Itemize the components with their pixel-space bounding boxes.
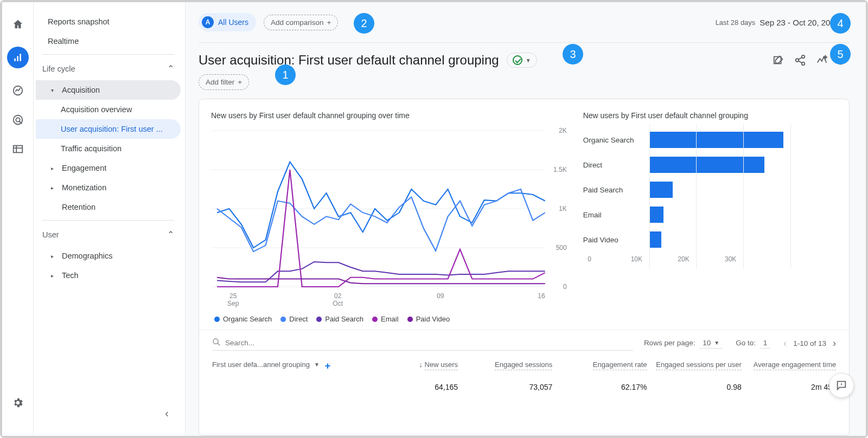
x-tick: 0: [588, 255, 591, 263]
add-dimension-button[interactable]: +: [325, 360, 331, 372]
dimension-picker[interactable]: First user defa...annel grouping ▼: [212, 360, 320, 369]
next-page-button[interactable]: ›: [833, 338, 836, 349]
caret-down-icon: ▼: [714, 340, 719, 346]
col-engaged-sessions-per-user[interactable]: Engaged sessions per user: [647, 360, 742, 372]
svg-point-2: [16, 118, 20, 121]
bar-chart-title: New users by First user default channel …: [583, 111, 837, 120]
collapse-sidebar-button[interactable]: ‹: [165, 407, 169, 420]
rows-per-page[interactable]: Rows per page: 10 ▼: [644, 338, 725, 349]
prev-page-button[interactable]: ‹: [783, 338, 787, 349]
plus-icon: +: [238, 78, 242, 86]
share-icon[interactable]: [794, 54, 806, 66]
nav-acquisition[interactable]: ▾ Acquisition: [36, 80, 181, 100]
reports-icon[interactable]: [7, 47, 29, 68]
caret-down-icon: ▾: [51, 87, 56, 93]
insights-icon[interactable]: [816, 54, 828, 66]
caret-right-icon: ▸: [51, 185, 56, 191]
audience-chip[interactable]: A All Users: [199, 13, 256, 31]
y-tick: 0: [563, 283, 567, 291]
titlebar: User acquisition: First user default cha…: [199, 42, 850, 68]
col-avg-engagement-time[interactable]: Average engagement time: [742, 360, 836, 372]
x-tick: 16: [538, 292, 545, 307]
nav-traffic-acquisition[interactable]: Traffic acquisition: [36, 139, 181, 158]
goto-page[interactable]: Go to: 1: [736, 338, 773, 349]
topbar: A All Users Add comparison + Last 28 day…: [199, 13, 850, 31]
line-chart-title: New users by First user default channel …: [211, 111, 567, 120]
table-controls: Rows per page: 10 ▼ Go to: 1 ‹ 1-10 of 1…: [199, 330, 849, 355]
data-quality-chip[interactable]: ▼: [507, 53, 537, 68]
callout-4: 4: [830, 13, 851, 34]
date-range-picker[interactable]: Last 28 days Sep 23 - Oct 20, 2022 ▼: [716, 18, 850, 27]
callout-1: 1: [275, 65, 296, 85]
nav-tech[interactable]: ▸ Tech: [36, 266, 181, 285]
nav-realtime[interactable]: Realtime: [36, 31, 181, 51]
nav-acquisition-overview[interactable]: Acquisition overview: [36, 100, 181, 119]
x-tick: 25Sep: [227, 292, 239, 307]
svg-point-13: [213, 339, 218, 344]
nav-reports-snapshot[interactable]: Reports snapshot: [36, 12, 181, 31]
col-engaged-sessions[interactable]: Engaged sessions: [458, 360, 552, 372]
col-new-users[interactable]: ↓ New users: [363, 360, 458, 372]
caret-right-icon: ▸: [51, 165, 56, 171]
nav-retention[interactable]: Retention: [36, 197, 181, 217]
add-comparison-button[interactable]: Add comparison +: [264, 15, 338, 30]
callout-5: 5: [830, 44, 851, 65]
feedback-button[interactable]: [829, 373, 854, 398]
home-icon[interactable]: [11, 17, 25, 31]
nav-sidebar: Reports snapshot Realtime Life cycle ⌃ ▾…: [34, 2, 186, 436]
y-tick: 2K: [559, 127, 567, 134]
col-engagement-rate[interactable]: Engagement rate: [552, 360, 647, 372]
legend-item[interactable]: Paid Search: [316, 315, 363, 323]
legend-item[interactable]: Paid Video: [407, 315, 450, 323]
audience-letter: A: [202, 16, 214, 28]
explore-icon[interactable]: [11, 83, 25, 98]
date-prefix: Last 28 days: [716, 18, 756, 27]
nav-engagement[interactable]: ▸ Engagement: [36, 158, 181, 178]
advertising-icon[interactable]: [11, 113, 25, 127]
x-tick: 02Oct: [333, 292, 343, 307]
caret-down-icon: ▼: [526, 57, 531, 63]
plus-icon: +: [327, 18, 331, 27]
search-input[interactable]: [225, 339, 633, 347]
nav-demographics[interactable]: ▸ Demographics: [36, 246, 181, 266]
audience-label: All Users: [218, 18, 248, 27]
svg-point-7: [802, 62, 805, 66]
page-title: User acquisition: First user default cha…: [199, 53, 499, 68]
check-circle-icon: [513, 55, 522, 65]
callout-3: 3: [563, 44, 583, 65]
nav-section-life-cycle[interactable]: Life cycle ⌃: [36, 57, 181, 80]
icon-rail: [2, 2, 34, 436]
table-totals-row: 64,165 73,057 62.17% 0.98 2m 45s: [199, 375, 849, 391]
line-chart: New users by First user default channel …: [211, 111, 567, 323]
legend-item[interactable]: Organic Search: [214, 315, 272, 323]
add-filter-button[interactable]: Add filter +: [199, 74, 249, 90]
y-tick: 1.5K: [553, 166, 567, 173]
table-search[interactable]: [212, 336, 633, 351]
caret-right-icon: ▸: [51, 253, 56, 259]
svg-rect-3: [13, 146, 22, 153]
bar-chart: New users by First user default channel …: [583, 111, 837, 323]
x-tick: 09: [437, 292, 444, 307]
legend-item[interactable]: Email: [372, 315, 399, 323]
nav-user-acquisition[interactable]: User acquisition: First user ...: [36, 119, 181, 139]
nav-section-user[interactable]: User ⌃: [36, 223, 181, 246]
x-tick: 30K: [725, 255, 736, 263]
nav-section-label: Life cycle: [42, 65, 75, 73]
configure-icon[interactable]: [11, 142, 25, 156]
date-range-value: Sep 23 - Oct 20, 2022: [760, 18, 839, 27]
caret-down-icon: ▼: [314, 362, 320, 368]
sort-down-icon: ↓: [419, 360, 424, 369]
admin-icon[interactable]: [11, 396, 25, 410]
chevron-up-icon: ⌃: [167, 229, 174, 240]
legend-item[interactable]: Direct: [280, 315, 308, 323]
customize-icon[interactable]: [773, 54, 784, 66]
svg-point-6: [796, 59, 799, 62]
y-tick: 500: [556, 244, 567, 252]
table-header: First user defa...annel grouping ▼ + ↓ N…: [199, 355, 849, 375]
page-range: 1-10 of 13: [793, 339, 826, 347]
nav-section-label: User: [42, 230, 59, 239]
y-tick: 1K: [559, 205, 567, 212]
callout-2: 2: [354, 13, 374, 34]
chevron-up-icon: ⌃: [167, 63, 174, 74]
nav-monetization[interactable]: ▸ Monetization: [36, 178, 181, 197]
